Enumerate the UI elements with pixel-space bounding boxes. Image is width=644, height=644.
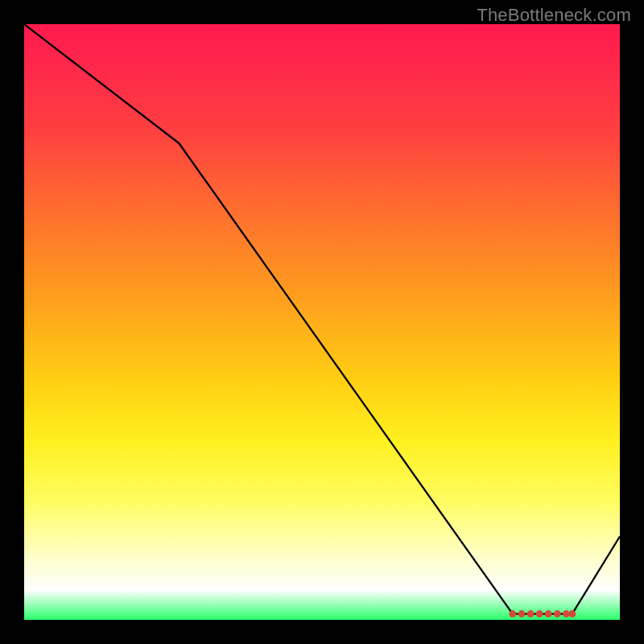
optimal-dot bbox=[545, 610, 552, 617]
plot-area bbox=[24, 24, 620, 620]
optimal-range-dots bbox=[509, 610, 576, 617]
optimal-dot bbox=[527, 610, 535, 617]
optimal-dot bbox=[568, 610, 576, 617]
optimal-dot bbox=[536, 610, 543, 617]
optimal-dot bbox=[518, 610, 525, 617]
chart-overlay bbox=[24, 24, 620, 620]
performance-line bbox=[24, 24, 620, 614]
optimal-dot bbox=[509, 610, 516, 617]
watermark-text: TheBottleneck.com bbox=[477, 5, 631, 26]
optimal-dot bbox=[554, 610, 561, 617]
chart-frame: TheBottleneck.com bbox=[0, 0, 644, 644]
